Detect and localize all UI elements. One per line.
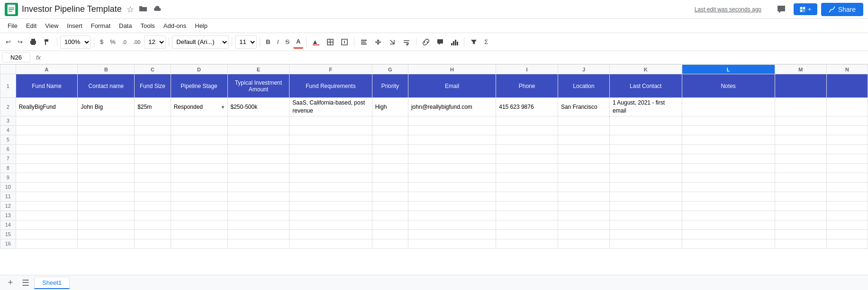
cell-e2[interactable]: $250-500k <box>227 98 289 116</box>
print-button[interactable] <box>27 35 40 49</box>
header-email[interactable]: Email <box>408 74 496 98</box>
col-header-d[interactable]: D <box>171 65 227 74</box>
redo-button[interactable]: ↪ <box>15 35 26 49</box>
v-align-button[interactable] <box>371 35 385 49</box>
link-button[interactable] <box>419 35 433 49</box>
cell-n2[interactable] <box>826 98 868 116</box>
folder-icon[interactable] <box>139 5 147 14</box>
cell-f2[interactable]: SaaS, California-based, post revenue <box>289 98 372 116</box>
header-col-n[interactable] <box>826 74 868 98</box>
menu-view[interactable]: View <box>41 20 62 31</box>
table-row: 15 <box>0 229 868 239</box>
header-col-m[interactable] <box>775 74 826 98</box>
col-header-j[interactable]: J <box>558 65 609 74</box>
toolbar-sep-2 <box>94 37 94 47</box>
chart-button[interactable] <box>448 35 461 49</box>
col-header-h[interactable]: H <box>408 65 496 74</box>
zoom-select[interactable]: 100%75%50%125% <box>60 35 91 49</box>
col-header-m[interactable]: M <box>775 65 826 74</box>
col-header-n[interactable]: N <box>826 65 868 74</box>
col-header-c[interactable]: C <box>135 65 171 74</box>
header-last-contact[interactable]: Last Contact <box>609 74 682 98</box>
header-fund-size[interactable]: Fund Size <box>135 74 171 98</box>
format-type-select[interactable]: 123 <box>144 35 166 49</box>
paint-format-button[interactable] <box>41 35 54 49</box>
header-priority[interactable]: Priority <box>372 74 408 98</box>
cell-c2[interactable]: $25m <box>135 98 171 116</box>
decimal-00-button[interactable]: .00 <box>130 35 143 49</box>
cell-a2[interactable]: ReallyBigFund <box>16 98 78 116</box>
add-sheet-button[interactable]: + <box>4 276 17 290</box>
header-pipeline-stage[interactable]: Pipeline Stage <box>171 74 227 98</box>
col-header-b[interactable]: B <box>78 65 135 74</box>
col-header-a[interactable]: A <box>16 65 78 74</box>
cell-g2[interactable]: High <box>372 98 408 116</box>
cloud-icon[interactable] <box>152 5 162 14</box>
svg-rect-11 <box>361 40 367 41</box>
merge-cells-button[interactable] <box>338 35 351 49</box>
cell-m2[interactable] <box>775 98 826 116</box>
cell-d2[interactable]: Responded ▼ <box>171 98 227 116</box>
header-investment-amount[interactable]: Typical Investment Amount <box>227 74 289 98</box>
text-color-button[interactable]: A <box>293 35 303 49</box>
comment-button[interactable] <box>434 35 447 49</box>
wrap-button[interactable] <box>400 35 413 49</box>
font-family-select[interactable]: Default (Ari...) <box>172 35 229 49</box>
cell-j2[interactable]: San Francisco <box>558 98 609 116</box>
header-contact-name[interactable]: Contact name <box>78 74 135 98</box>
cell-k2[interactable]: 1 August, 2021 - first email <box>609 98 682 116</box>
cell-reference-input[interactable]: N26 <box>2 53 30 62</box>
svg-marker-15 <box>377 39 380 41</box>
currency-button[interactable]: $ <box>97 35 106 49</box>
function-button[interactable]: Σ <box>481 35 491 49</box>
filter-button[interactable] <box>467 35 480 49</box>
cell-b2[interactable]: John Big <box>78 98 135 116</box>
table-row: 6 <box>0 144 868 154</box>
header-fund-requirements[interactable]: Fund Requirements <box>289 74 372 98</box>
header-fund-name[interactable]: Fund Name <box>16 74 78 98</box>
bold-button[interactable]: B <box>263 35 273 49</box>
col-header-g[interactable]: G <box>372 65 408 74</box>
explore-button[interactable]: + <box>794 3 817 15</box>
header-notes[interactable]: Notes <box>682 74 775 98</box>
formula-input[interactable] <box>46 54 866 61</box>
decimal-0-button[interactable]: .0 <box>119 35 129 49</box>
sheet-tab-sheet1[interactable]: Sheet1 <box>34 277 70 289</box>
menu-format[interactable]: Format <box>87 20 114 31</box>
col-header-l[interactable]: L <box>682 65 775 74</box>
fill-color-button[interactable] <box>309 35 323 49</box>
h-align-button[interactable] <box>357 35 371 49</box>
menu-help[interactable]: Help <box>191 20 211 31</box>
col-header-i[interactable]: I <box>496 65 558 74</box>
font-size-select[interactable]: 11101214 <box>235 35 257 49</box>
col-header-f[interactable]: F <box>289 65 372 74</box>
cell-a3[interactable] <box>16 116 78 125</box>
header-location[interactable]: Location <box>558 74 609 98</box>
menu-addons[interactable]: Add-ons <box>160 20 190 31</box>
all-sheets-button[interactable]: ☰ <box>19 276 32 290</box>
menu-file[interactable]: File <box>4 20 21 31</box>
border-button[interactable] <box>324 35 337 49</box>
undo-button[interactable]: ↩ <box>3 35 14 49</box>
rotate-button[interactable] <box>386 35 399 49</box>
share-button[interactable]: Share <box>821 3 863 16</box>
strikethrough-button[interactable]: S <box>282 35 292 49</box>
formula-bar: N26 fx <box>0 51 868 64</box>
percent-button[interactable]: % <box>107 35 118 49</box>
cell-h2[interactable]: john@reallybigfund.com <box>408 98 496 116</box>
col-header-k[interactable]: K <box>609 65 682 74</box>
menu-data[interactable]: Data <box>115 20 136 31</box>
doc-title: Investor Pipeline Template <box>22 4 122 14</box>
italic-button[interactable]: I <box>274 35 282 49</box>
grid-container[interactable]: A B C D E F G H I J K L M N <box>0 64 868 290</box>
col-header-e[interactable]: E <box>227 65 289 74</box>
cell-i2[interactable]: 415 623 9876 <box>496 98 558 116</box>
comments-button[interactable] <box>773 1 790 18</box>
dropdown-indicator[interactable]: ▼ <box>221 104 226 109</box>
star-icon[interactable]: ☆ <box>127 4 134 15</box>
cell-l2[interactable] <box>682 98 775 116</box>
header-phone[interactable]: Phone <box>496 74 558 98</box>
menu-tools[interactable]: Tools <box>136 20 158 31</box>
menu-insert[interactable]: Insert <box>63 20 86 31</box>
menu-edit[interactable]: Edit <box>22 20 40 31</box>
